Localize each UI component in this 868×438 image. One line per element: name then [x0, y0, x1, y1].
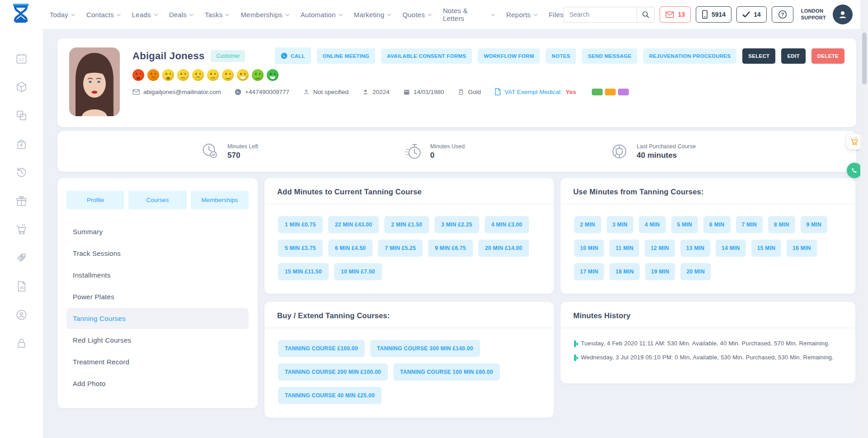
color-tag[interactable]	[618, 89, 629, 95]
use-minutes-button[interactable]: 17 MIN	[574, 263, 604, 280]
use-minutes-button[interactable]: 8 MIN	[768, 216, 795, 233]
nav-item[interactable]: Notes & Letters	[443, 7, 494, 22]
mood-face[interactable]	[132, 69, 144, 81]
use-minutes-button[interactable]: 20 MIN	[680, 263, 710, 280]
mood-face[interactable]	[192, 69, 204, 81]
use-minutes-button[interactable]: 14 MIN	[716, 240, 745, 257]
profile-menu-item[interactable]: Summary	[66, 221, 249, 242]
nav-item[interactable]: Tasks	[205, 11, 228, 19]
profile-menu-item[interactable]: Power Plates	[66, 286, 249, 307]
profile-tab[interactable]: Profile	[66, 191, 124, 209]
add-minutes-button[interactable]: 5 MIN £3.75	[278, 240, 323, 257]
add-minutes-button[interactable]: 4 MIN £3.00	[485, 216, 529, 233]
nav-item[interactable]: Deals	[169, 11, 193, 19]
profile-tab[interactable]: Memberships	[191, 191, 249, 209]
search-input[interactable]	[563, 7, 637, 23]
gift-icon[interactable]	[15, 195, 28, 207]
nav-item[interactable]: Automation	[301, 11, 342, 19]
add-minutes-button[interactable]: 10 MIN £7.50	[334, 263, 382, 280]
nav-item[interactable]: Marketing	[354, 11, 391, 19]
customer-email[interactable]: abigailjones@mailinator.com	[132, 89, 221, 95]
profile-menu-item[interactable]: Treatment Record	[66, 351, 249, 372]
profile-menu-item[interactable]: Red Light Courses	[66, 330, 249, 351]
mail-badge[interactable]: 13	[660, 6, 691, 23]
buy-course-button[interactable]: TANNING COURSE 200 MIN £100.00	[278, 363, 388, 381]
color-tag[interactable]	[605, 89, 616, 95]
nav-item[interactable]: Files	[549, 11, 564, 19]
floating-cart-button[interactable]	[847, 134, 862, 149]
use-minutes-button[interactable]: 2 MIN	[574, 216, 601, 233]
nav-item[interactable]: Memberships	[241, 11, 288, 19]
use-minutes-button[interactable]: 6 MIN	[703, 216, 731, 233]
mood-face[interactable]	[252, 69, 264, 81]
mood-face[interactable]	[237, 69, 249, 81]
shopping-bag-icon[interactable]	[15, 138, 28, 150]
add-minutes-button[interactable]: 22 MIN £43.00	[328, 216, 379, 233]
price-tag-icon[interactable]: $	[15, 252, 28, 264]
report-icon[interactable]	[15, 280, 28, 292]
lock-icon[interactable]	[15, 337, 28, 349]
scrollbar-thumb[interactable]	[862, 33, 867, 85]
online-meeting-button[interactable]: ONLINE MEETING	[317, 48, 375, 64]
nav-item[interactable]: Contacts	[86, 11, 120, 19]
app-logo-hourglass-icon[interactable]	[11, 3, 31, 26]
page-scrollbar[interactable]	[860, 0, 868, 438]
call-button[interactable]: CALL	[275, 47, 311, 64]
use-minutes-button[interactable]: 3 MIN	[607, 216, 634, 233]
use-minutes-button[interactable]: 9 MIN	[801, 216, 828, 233]
add-minutes-button[interactable]: 2 MIN £1.50	[384, 216, 429, 233]
mood-face[interactable]	[147, 69, 159, 81]
consent-forms-button[interactable]: AVAILABLE CONSENT FORMS	[381, 48, 472, 64]
copy-icon[interactable]	[15, 109, 28, 122]
calendar-icon[interactable]: 12	[15, 52, 28, 65]
customer-phone[interactable]: +447490009777	[235, 89, 289, 95]
mood-face[interactable]	[207, 69, 219, 81]
use-minutes-button[interactable]: 16 MIN	[787, 240, 816, 257]
search-button[interactable]	[637, 7, 655, 23]
use-minutes-button[interactable]: 19 MIN	[645, 263, 675, 280]
buy-course-button[interactable]: TANNING COURSE £100.00	[278, 340, 365, 357]
workflow-form-button[interactable]: WORKFLOW FORM	[478, 48, 540, 64]
color-tag[interactable]	[592, 89, 603, 95]
tasks-badge[interactable]: 14	[736, 6, 767, 23]
profile-menu-item[interactable]: Installments	[66, 264, 249, 286]
calls-badge[interactable]: 5914	[696, 6, 731, 23]
edit-button[interactable]: EDIT	[781, 48, 805, 64]
use-minutes-button[interactable]: 7 MIN	[736, 216, 763, 233]
add-minutes-button[interactable]: 9 MIN £6.75	[428, 240, 473, 257]
use-minutes-button[interactable]: 18 MIN	[609, 263, 639, 280]
profile-tab[interactable]: Courses	[128, 191, 186, 209]
notes-button[interactable]: NOTES	[546, 48, 576, 64]
coin-icon[interactable]	[15, 309, 28, 321]
use-minutes-button[interactable]: 10 MIN	[574, 240, 604, 257]
help-badge[interactable]: ?	[772, 6, 793, 23]
user-avatar[interactable]	[833, 5, 853, 24]
add-minutes-button[interactable]: 15 MIN £11.50	[278, 263, 329, 280]
buy-course-button[interactable]: TANNING COURSE 40 MIN £25.00	[278, 387, 382, 404]
rejuvenation-procedures-button[interactable]: REJUVENATION PROCEDURES	[643, 48, 737, 64]
nav-item[interactable]: Quotes	[402, 11, 431, 19]
use-minutes-button[interactable]: 11 MIN	[609, 240, 639, 257]
mood-face[interactable]	[222, 69, 234, 81]
use-minutes-button[interactable]: 15 MIN	[751, 240, 781, 257]
use-minutes-button[interactable]: 5 MIN	[671, 216, 698, 233]
mood-face[interactable]	[177, 69, 189, 81]
profile-menu-item[interactable]: Track Sessions	[66, 243, 249, 264]
send-message-button[interactable]: SEND MESSAGE	[582, 48, 637, 64]
buy-course-button[interactable]: TANNING COURSE 100 MIN £60.00	[393, 363, 500, 381]
cart-icon[interactable]	[15, 223, 28, 235]
mood-face[interactable]	[162, 69, 174, 81]
add-minutes-button[interactable]: 1 MIN £0.75	[278, 216, 323, 233]
mood-face[interactable]	[267, 69, 278, 81]
nav-item[interactable]: Leads	[132, 11, 157, 19]
add-minutes-button[interactable]: 6 MIN £4.50	[328, 240, 373, 257]
use-minutes-button[interactable]: 4 MIN	[639, 216, 666, 233]
delete-button[interactable]: DELETE	[811, 48, 844, 64]
profile-menu-item[interactable]: Tanning Courses	[66, 308, 249, 329]
buy-course-button[interactable]: TANNING COURSE 300 MIN £140.00	[370, 340, 480, 357]
add-minutes-button[interactable]: 3 MIN £2.25	[434, 216, 479, 233]
use-minutes-button[interactable]: 12 MIN	[645, 240, 675, 257]
add-minutes-button[interactable]: 7 MIN £5.25	[378, 240, 423, 257]
nav-item[interactable]: Today	[50, 11, 74, 19]
use-minutes-button[interactable]: 13 MIN	[680, 240, 710, 257]
